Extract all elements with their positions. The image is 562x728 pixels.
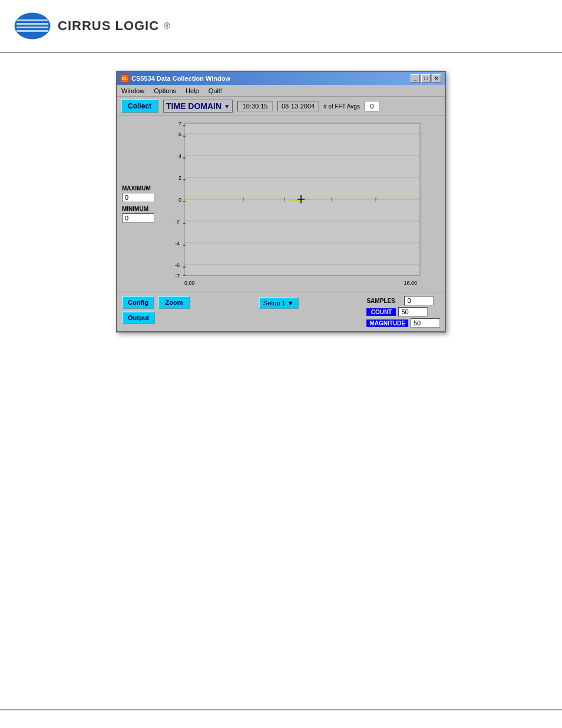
svg-rect-2	[16, 23, 48, 25]
svg-text:0.00: 0.00	[184, 280, 195, 286]
output-row: Output	[122, 311, 190, 324]
count-row: COUNT 50	[366, 307, 440, 317]
logo-container: CIRRUS LOGIC ®	[12, 10, 170, 42]
maximum-value: 0	[122, 193, 154, 202]
bottom-controls: Config Zoom Output Setup 1 ▼ SAMPLES	[117, 292, 445, 331]
left-action-buttons: Config Zoom Output	[122, 296, 190, 324]
time-domain-chart: 7 6 4 2 0 -2 -4 -6 -7	[167, 118, 426, 289]
minimum-value: 0	[122, 213, 154, 223]
svg-text:6: 6	[178, 131, 181, 137]
setup-dropdown[interactable]: Setup 1 ▼	[259, 297, 299, 309]
output-button[interactable]: Output	[122, 311, 155, 324]
right-controls: SAMPLES 0 COUNT 50 MAGNITUDE 50	[366, 296, 440, 328]
setup-label: Setup 1	[263, 299, 286, 307]
svg-text:-4: -4	[175, 241, 180, 246]
chevron-down-icon: ▼	[224, 103, 230, 110]
zoom-button[interactable]: Zoom	[158, 296, 190, 309]
samples-value: 0	[404, 296, 434, 305]
maximum-label: MAXIMUM	[122, 185, 151, 192]
title-bar-text: CL CS5534 Data Collection Window	[121, 74, 230, 83]
cirrus-logic-logo-icon	[12, 10, 53, 42]
samples-label: SAMPLES	[366, 298, 402, 304]
app-icon: CL	[121, 74, 129, 83]
svg-rect-4	[16, 30, 48, 32]
svg-rect-3	[16, 27, 48, 28]
config-zoom-row: Config Zoom	[122, 296, 190, 309]
trademark-symbol: ®	[164, 21, 170, 31]
fft-label: # of FFT Avgs	[323, 103, 360, 110]
svg-rect-1	[16, 19, 48, 21]
magnitude-value: 50	[411, 318, 440, 328]
close-button[interactable]: ×	[432, 74, 441, 83]
company-name-text: CIRRUS LOGIC	[58, 18, 159, 34]
main-content: CL CS5534 Data Collection Window _ □ × W…	[0, 53, 562, 350]
magnitude-label: MAGNITUDE	[366, 319, 408, 327]
minimize-button[interactable]: _	[411, 74, 420, 83]
toolbar: Collect TIME DOMAIN ▼ 10:30:15 08-13-200…	[117, 97, 445, 116]
menu-quit[interactable]: Quit!	[207, 87, 224, 94]
title-bar: CL CS5534 Data Collection Window _ □ ×	[117, 72, 445, 85]
svg-text:-7: -7	[175, 273, 180, 279]
window-title: CS5534 Data Collection Window	[131, 75, 230, 82]
svg-text:-2: -2	[175, 219, 180, 225]
setup-controls: Setup 1 ▼	[259, 296, 299, 309]
svg-text:-6: -6	[175, 262, 180, 268]
setup-chevron-icon: ▼	[287, 299, 294, 307]
time-domain-label: TIME DOMAIN	[166, 101, 222, 111]
svg-text:4: 4	[178, 153, 181, 159]
svg-text:2: 2	[178, 175, 181, 181]
page-header: CIRRUS LOGIC ®	[0, 0, 562, 53]
menu-window[interactable]: Window	[120, 87, 146, 94]
menu-bar: Window Options Help Quit!	[117, 85, 445, 97]
samples-row: SAMPLES 0	[366, 296, 440, 305]
left-panel: MAXIMUM 0 MINIMUM 0	[120, 118, 167, 289]
window-controls: _ □ ×	[411, 74, 441, 83]
svg-text:0: 0	[178, 197, 181, 203]
menu-help[interactable]: Help	[184, 87, 201, 94]
svg-text:7: 7	[178, 121, 181, 127]
date-display: 08-13-2004	[277, 101, 319, 111]
svg-text:16.00: 16.00	[404, 280, 417, 286]
config-button[interactable]: Config	[122, 296, 154, 309]
app-window: CL CS5534 Data Collection Window _ □ × W…	[116, 71, 446, 332]
count-label: COUNT	[366, 308, 396, 316]
footer-line	[0, 709, 562, 710]
count-value: 50	[398, 307, 428, 317]
chart-area: MAXIMUM 0 MINIMUM 0	[117, 116, 445, 292]
chart-wrapper: 7 6 4 2 0 -2 -4 -6 -7	[167, 118, 442, 289]
time-display: 10:30:15	[237, 101, 273, 111]
menu-options[interactable]: Options	[152, 87, 178, 94]
collect-button[interactable]: Collect	[121, 99, 158, 113]
minimum-label: MINIMUM	[122, 206, 148, 212]
time-domain-dropdown[interactable]: TIME DOMAIN ▼	[163, 100, 233, 113]
maximize-button[interactable]: □	[421, 74, 431, 83]
magnitude-row: MAGNITUDE 50	[366, 318, 440, 328]
fft-value: 0	[365, 101, 379, 111]
